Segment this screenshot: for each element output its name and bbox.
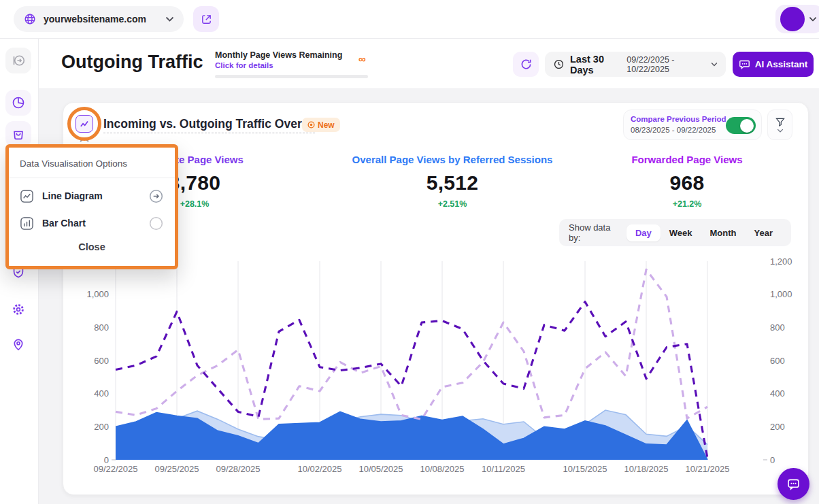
sidebar-item-settings[interactable]	[5, 297, 31, 322]
y-axis-tick-label-right: 1,200	[770, 256, 792, 267]
open-arrow-icon	[148, 188, 164, 204]
popup-close-button[interactable]: Close	[9, 241, 175, 252]
traffic-chart: 09/22/202509/25/202509/28/202510/02/2025…	[61, 253, 819, 488]
option-label: Bar Chart	[42, 218, 140, 229]
compare-dates: 08/23/2025 - 09/22/2025	[631, 126, 716, 134]
show-data-by-label: Show data by:	[569, 222, 618, 243]
granularity-control: Show data by: Day Week Month Year	[559, 219, 791, 246]
y-axis-tick-label-left: 800	[94, 322, 109, 333]
x-axis-tick-label: 10/05/2025	[358, 464, 403, 474]
granularity-day[interactable]: Day	[626, 224, 661, 241]
top-bar: yourwebsitename.com	[0, 0, 819, 39]
metric-label: Forwarded Page Views	[631, 154, 742, 165]
x-axis-tick-label: 09/28/2025	[216, 464, 260, 474]
sidebar-collapse-toggle[interactable]	[5, 48, 31, 73]
app-window: yourwebsitename.com	[0, 0, 819, 504]
account-menu[interactable]	[775, 5, 819, 33]
data-visualisation-popup: Data Visualisation Options Line Diagram	[5, 144, 178, 269]
option-bar-chart[interactable]: Bar Chart	[9, 210, 175, 236]
quota-block: Monthly Page Views Remaining Click for d…	[215, 50, 371, 78]
x-axis-tick-label: 09/22/2025	[93, 464, 137, 474]
ai-assistant-button[interactable]: AI Assistant	[733, 52, 814, 77]
avatar	[780, 7, 805, 31]
quota-value: ∞	[358, 53, 366, 65]
metric-value: 5,512	[352, 171, 553, 195]
metric-label: Overall Page Views by Referred Sessions	[352, 154, 553, 165]
open-website-button[interactable]	[193, 6, 219, 32]
chevron-down-icon	[165, 16, 174, 22]
globe-icon	[23, 12, 37, 26]
date-range-picker[interactable]: Last 30 Days 09/22/2025 - 10/22/2025	[545, 52, 726, 77]
location-pin-icon	[11, 337, 26, 352]
range-dates: 09/22/2025 - 10/22/2025	[626, 55, 705, 74]
range-label: Last 30 Days	[570, 54, 621, 75]
chevron-down-icon	[777, 129, 784, 133]
support-chat-fab[interactable]	[778, 468, 809, 500]
series-dashed-line	[116, 269, 707, 419]
metric-forwarded-page-views: Forwarded Page Views 968 +21.2%	[631, 154, 742, 209]
y-axis-tick-label-right: 0	[770, 455, 775, 465]
x-axis-tick-label: 10/02/2025	[297, 464, 341, 474]
chat-bubble-icon	[739, 58, 750, 70]
metric-referred-sessions: Overall Page Views by Referred Sessions …	[352, 154, 553, 209]
x-axis-tick-label: 10/11/2025	[482, 464, 525, 474]
line-chart-icon	[20, 189, 34, 203]
y-axis-tick-label-left: 400	[94, 388, 109, 399]
x-axis-tick-label: 10/08/2025	[420, 464, 464, 474]
y-axis-tick-label-left: 1,000	[86, 289, 109, 299]
shopping-bag-icon	[11, 127, 26, 141]
granularity-week[interactable]: Week	[661, 224, 701, 241]
radio-unselected-icon	[148, 216, 164, 231]
website-selector[interactable]: yourwebsitename.com	[14, 6, 184, 32]
metric-delta: +2.51%	[352, 199, 553, 209]
compare-label: Compare Previous Period	[631, 115, 726, 123]
settings-gear-icon	[11, 302, 26, 317]
popup-title: Data Visualisation Options	[20, 158, 127, 169]
y-axis-tick-label-left: 0	[104, 455, 109, 465]
granularity-year[interactable]: Year	[746, 224, 782, 241]
metric-value: 968	[631, 171, 742, 195]
chat-bubble-icon	[786, 477, 801, 491]
external-link-icon	[201, 14, 212, 25]
pie-chart-icon	[11, 95, 26, 110]
compare-previous-period: Compare Previous Period 08/23/2025 - 09/…	[623, 110, 762, 140]
bar-chart-icon	[20, 216, 34, 231]
option-label: Line Diagram	[42, 190, 140, 201]
x-axis-tick-label: 10/15/2025	[563, 464, 607, 474]
x-axis-tick-label: 10/18/2025	[624, 464, 668, 474]
page-title: Outgoing Traffic	[61, 52, 203, 73]
sidebar-item-location[interactable]	[5, 331, 31, 357]
toggle-knob	[740, 119, 754, 133]
collapse-sidebar-icon	[10, 52, 27, 69]
sidebar-item-pie-chart[interactable]	[5, 90, 31, 116]
metric-delta: +21.2%	[631, 199, 742, 209]
sidebar-nav	[0, 38, 39, 504]
option-line-diagram[interactable]: Line Diagram	[9, 183, 175, 209]
refresh-button[interactable]	[513, 52, 539, 77]
website-name: yourwebsitename.com	[44, 14, 158, 24]
badge-label: New	[318, 120, 335, 130]
y-axis-tick-label-right: 1,000	[770, 289, 792, 299]
y-axis-tick-label-right: 800	[770, 322, 785, 333]
quota-label: Monthly Page Views Remaining	[215, 50, 371, 60]
compare-toggle[interactable]	[726, 117, 756, 134]
x-axis-tick-label: 10/21/2025	[685, 464, 729, 474]
chevron-down-icon	[809, 16, 817, 22]
highlight-ring	[67, 107, 101, 141]
y-axis-tick-label-left: 600	[94, 356, 109, 366]
card-title: Incoming vs. Outgoing Traffic Overall	[103, 117, 315, 133]
quota-details-link[interactable]: Click for details	[215, 61, 371, 69]
y-axis-tick-label-right: 200	[770, 422, 785, 432]
sidebar-item-shopping-bag[interactable]	[5, 121, 31, 147]
divider	[9, 178, 175, 178]
new-badge: New	[302, 118, 340, 132]
clock-icon	[553, 58, 565, 70]
chart-filter-button[interactable]	[767, 110, 792, 140]
quota-progress-bar	[215, 75, 368, 78]
x-axis-tick-label: 09/25/2025	[154, 464, 199, 474]
filter-funnel-icon	[775, 117, 786, 127]
granularity-month[interactable]: Month	[701, 224, 746, 241]
y-axis-tick-label-right: 600	[770, 356, 785, 366]
ai-assistant-label: AI Assistant	[755, 59, 808, 69]
badge-dot-icon	[307, 121, 315, 129]
